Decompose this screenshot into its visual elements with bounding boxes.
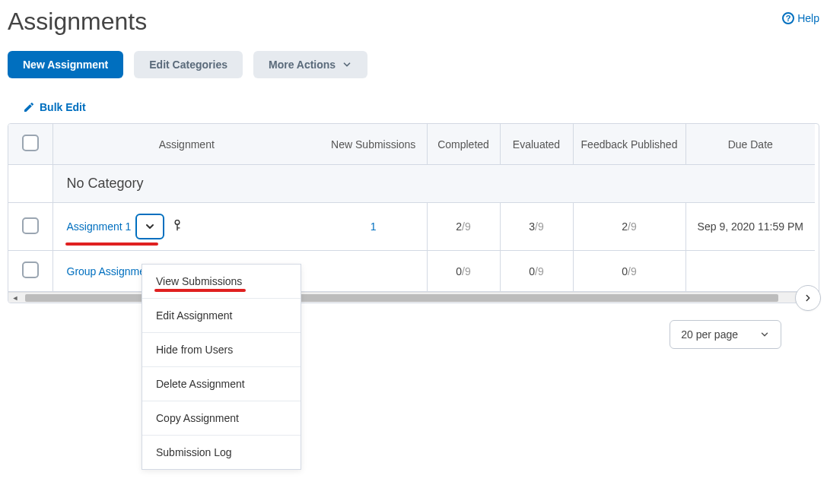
svg-point-0	[175, 220, 180, 224]
row-checkbox[interactable]	[22, 217, 39, 234]
due-date-value: Sep 9, 2020 11:59 PM	[685, 203, 815, 251]
help-link[interactable]: ? Help	[782, 12, 819, 24]
edit-categories-button[interactable]: Edit Categories	[134, 51, 243, 78]
help-icon: ?	[782, 12, 794, 24]
menu-item-edit-assignment[interactable]: Edit Assignment	[142, 299, 301, 333]
more-actions-button[interactable]: More Actions	[253, 51, 367, 78]
feedback-value: 0/9	[573, 251, 685, 292]
chevron-down-icon	[144, 220, 156, 233]
bulk-edit-label: Bulk Edit	[40, 101, 86, 113]
scrollbar-thumb[interactable]	[25, 294, 778, 302]
due-date-value	[685, 251, 815, 292]
select-all-checkbox[interactable]	[22, 135, 39, 151]
annotation-underline	[154, 289, 246, 292]
row-context-menu: View Submissions Edit Assignment Hide fr…	[142, 264, 301, 357]
per-page-select[interactable]: 20 per page	[670, 320, 781, 349]
per-page-label: 20 per page	[681, 328, 738, 341]
evaluated-value: 3/9	[500, 203, 573, 251]
horizontal-scrollbar[interactable]: ◄ ►	[8, 292, 819, 303]
column-header-select	[8, 124, 52, 165]
page-title: Assignments	[8, 8, 147, 36]
chevron-right-icon	[803, 293, 813, 303]
completed-value: 2/9	[427, 203, 500, 251]
chevron-down-icon	[342, 59, 352, 70]
row-context-menu-button[interactable]	[135, 214, 164, 239]
column-header-evaluated: Evaluated	[500, 124, 573, 165]
table-row: Group Assignment 0/9 0/9 0/9	[8, 251, 815, 292]
menu-item-view-submissions[interactable]: View Submissions	[142, 265, 301, 299]
feedback-value: 2/9	[573, 203, 685, 251]
scroll-left-arrow[interactable]: ◄	[10, 293, 21, 303]
column-header-due-date: Due Date	[685, 124, 815, 165]
category-row: No Category	[8, 165, 815, 203]
column-header-feedback-published: Feedback Published	[573, 124, 685, 165]
assignments-table: Assignment New Submissions Completed Eva…	[8, 124, 815, 292]
new-assignment-button[interactable]: New Assignment	[8, 51, 123, 78]
evaluated-value: 0/9	[500, 251, 573, 292]
bulk-edit-link[interactable]: Bulk Edit	[23, 101, 86, 113]
new-submissions-value	[320, 251, 427, 292]
toolbar: New Assignment Edit Categories More Acti…	[8, 51, 819, 78]
annotation-underline	[65, 242, 158, 246]
scroll-right-button[interactable]	[795, 285, 821, 311]
more-actions-label: More Actions	[269, 59, 336, 71]
key-icon	[172, 220, 183, 234]
column-header-completed: Completed	[427, 124, 500, 165]
chevron-down-icon	[759, 329, 770, 340]
menu-item-hide-from-users[interactable]: Hide from Users	[142, 333, 301, 357]
assignment-link[interactable]: Assignment 1	[67, 220, 132, 233]
column-header-new-submissions: New Submissions	[320, 124, 427, 165]
completed-value: 0/9	[427, 251, 500, 292]
row-checkbox[interactable]	[22, 262, 39, 278]
new-submissions-link[interactable]: 1	[371, 220, 377, 233]
column-header-assignment: Assignment	[52, 124, 320, 165]
table-row: Assignment 1 1 2/9 3/9 2/9	[8, 203, 815, 251]
category-label: No Category	[52, 165, 815, 203]
help-label: Help	[797, 12, 819, 24]
pencil-icon	[23, 101, 35, 113]
